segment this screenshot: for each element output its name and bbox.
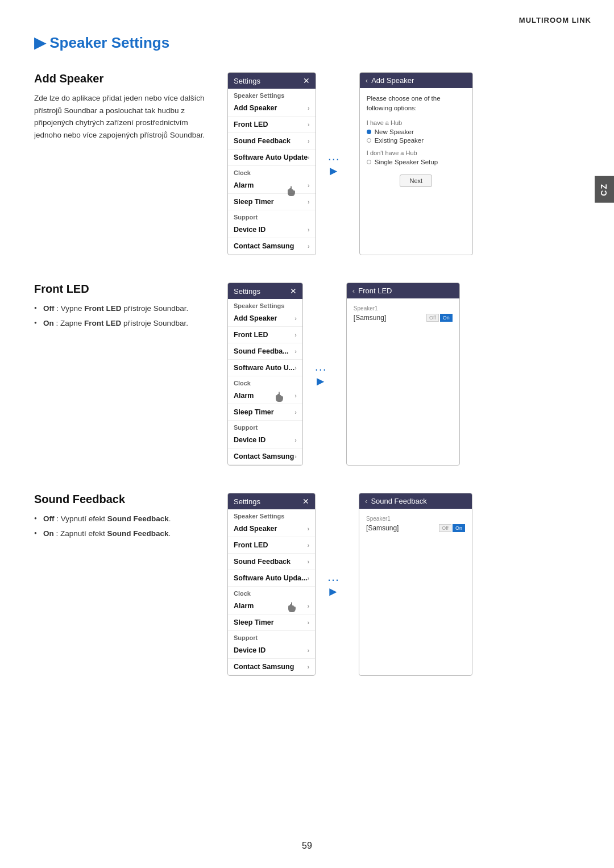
option-single-speaker[interactable]: Single Speaker Setup [367, 159, 466, 165]
section-sound-feedback: Sound Feedback Off : Vypnutí efekt Sound… [34, 493, 587, 676]
settings-item-alarm-3[interactable]: Alarm › [228, 598, 315, 614]
settings-item-contact-samsung-2[interactable]: Contact Samsung › [228, 448, 302, 465]
close-icon-1[interactable]: ✕ [303, 76, 310, 85]
item-label: Sleep Timer [234, 618, 274, 626]
settings-item-device-id-2[interactable]: Device ID › [228, 432, 302, 448]
settings-header-1: Settings ✕ [228, 73, 316, 89]
detail-panel-front-led: ‹ Front LED Speaker1 [Samsung] Off On [346, 283, 460, 466]
chevron-icon: › [308, 105, 310, 111]
detail-header-front-led: ‹ Front LED [347, 283, 459, 298]
close-icon-3[interactable]: ✕ [302, 497, 309, 506]
settings-panel-sound-feedback: Settings ✕ Speaker Settings Add Speaker … [227, 493, 316, 676]
settings-item-contact-samsung-3[interactable]: Contact Samsung › [228, 659, 315, 675]
settings-item-device-id-1[interactable]: Device ID › [228, 222, 316, 238]
option-group-hub: I have a Hub New Speaker Existing Speake… [367, 119, 466, 144]
settings-item-front-led-2[interactable]: Front LED › [228, 327, 302, 343]
sound-feedback-item-off: Off : Vypnutí efekt Sound Feedback. [34, 513, 216, 525]
front-led-list: Off : Vypne Front LED přístroje Soundbar… [34, 302, 216, 329]
section-left-add-speaker: Add Speaker Zde lze do aplikace přidat j… [34, 72, 216, 255]
settings-title-3: Settings [234, 497, 260, 506]
settings-panel-front-led: Settings ✕ Speaker Settings Add Speaker … [227, 283, 303, 466]
sound-feedback-toggle-switch[interactable]: Off On [439, 524, 465, 532]
detail-panel-sound-feedback: ‹ Sound Feedback Speaker1 [Samsung] Off … [359, 493, 472, 676]
radio-empty-icon-2 [367, 160, 371, 164]
back-arrow-icon-1[interactable]: ‹ [366, 76, 368, 85]
front-led-toggle-switch[interactable]: Off On [426, 314, 453, 322]
front-led-toggle-row: [Samsung] Off On [354, 314, 453, 322]
group-label-no-hub: I don't have a Hub [367, 149, 466, 156]
settings-item-software-update-1[interactable]: Software Auto Update › [228, 149, 316, 166]
settings-item-front-led-3[interactable]: Front LED › [228, 537, 315, 554]
item-label: Front LED [234, 121, 268, 128]
next-button[interactable]: Next [400, 175, 432, 187]
settings-header-2: Settings ✕ [228, 283, 302, 299]
settings-panel-2: Settings ✕ Speaker Settings Add Speaker … [227, 283, 303, 466]
front-led-bold-1: Front LED [84, 304, 121, 313]
category-speaker-settings-1: Speaker Settings [228, 89, 316, 100]
sound-feedback-item-on: On : Zapnutí efekt Sound Feedback. [34, 528, 216, 540]
settings-item-contact-samsung-1[interactable]: Contact Samsung › [228, 238, 316, 255]
settings-item-sound-feedback-3[interactable]: Sound Feedback › [228, 554, 315, 570]
settings-item-sleep-timer-3[interactable]: Sleep Timer › [228, 614, 315, 631]
sound-feedback-toggle-container: Speaker1 [Samsung] Off On [359, 509, 472, 543]
detail-header-add-speaker: ‹ Add Speaker [360, 73, 472, 88]
item-label: Front LED [234, 541, 268, 549]
option-new-speaker[interactable]: New Speaker [367, 128, 466, 135]
category-support-3: Support [228, 631, 315, 642]
toggle-on-label-2[interactable]: On [453, 524, 465, 532]
multiroom-link-label: MULTIROOM LINK [519, 16, 591, 24]
settings-item-front-led-1[interactable]: Front LED › [228, 117, 316, 133]
item-label: Software Auto Upda... [234, 574, 307, 582]
settings-item-software-update-2[interactable]: Software Auto U... › [228, 360, 302, 376]
option-existing-speaker[interactable]: Existing Speaker [367, 137, 466, 144]
item-label: Contact Samsung [234, 663, 294, 671]
item-label: Alarm [234, 181, 254, 189]
chevron-icon: › [307, 542, 309, 549]
section-add-speaker: Add Speaker Zde lze do aplikace přidat j… [34, 72, 587, 255]
toggle-off-label-1[interactable]: Off [426, 314, 439, 322]
item-label: Add Speaker [234, 525, 277, 533]
settings-item-add-speaker-3[interactable]: Add Speaker › [228, 521, 315, 537]
settings-panel-1: Settings ✕ Speaker Settings Add Speaker … [227, 72, 316, 255]
close-icon-2[interactable]: ✕ [290, 286, 297, 296]
device-label-1: [Samsung] [354, 314, 386, 322]
settings-panel-add-speaker: Settings ✕ Speaker Settings Add Speaker … [227, 72, 316, 255]
settings-item-sound-feedback-2[interactable]: Sound Feedba... › [228, 343, 302, 360]
chevron-icon: › [308, 154, 310, 161]
settings-item-software-update-3[interactable]: Software Auto Upda... › [228, 570, 315, 587]
settings-item-sleep-timer-1[interactable]: Sleep Timer › [228, 194, 316, 210]
item-label: Contact Samsung [234, 242, 294, 250]
item-label: Software Auto U... [234, 364, 294, 372]
toggle-off-label-2[interactable]: Off [439, 524, 451, 532]
category-support-1: Support [228, 210, 316, 222]
back-arrow-icon-3[interactable]: ‹ [365, 497, 367, 505]
chevron-icon: › [307, 647, 309, 654]
toggle-on-label-1[interactable]: On [440, 314, 453, 322]
settings-item-sleep-timer-2[interactable]: Sleep Timer › [228, 404, 302, 421]
item-label: Alarm [234, 392, 254, 400]
front-led-item-off: Off : Vypne Front LED přístroje Soundbar… [34, 302, 216, 315]
settings-item-sound-feedback-1[interactable]: Sound Feedback › [228, 133, 316, 149]
settings-item-device-id-3[interactable]: Device ID › [228, 642, 315, 659]
item-label: Sound Feedba... [234, 347, 289, 355]
speaker-sublabel-1: Speaker1 [354, 305, 453, 312]
chevron-icon: › [307, 663, 309, 670]
detail-panel-add-speaker: ‹ Add Speaker Please choose one of the f… [359, 72, 473, 255]
arrow-2: …► [314, 283, 335, 466]
chevron-icon: › [294, 364, 297, 371]
back-arrow-icon-2[interactable]: ‹ [352, 286, 355, 295]
chevron-icon: › [294, 331, 297, 338]
section-front-led: Front LED Off : Vypne Front LED přístroj… [34, 283, 587, 466]
section-left-sound-feedback: Sound Feedback Off : Vypnutí efekt Sound… [34, 493, 216, 676]
item-label: Device ID [234, 226, 265, 234]
settings-item-add-speaker-1[interactable]: Add Speaker › [228, 100, 316, 117]
sound-feedback-list: Off : Vypnutí efekt Sound Feedback. On :… [34, 513, 216, 539]
settings-item-add-speaker-2[interactable]: Add Speaker › [228, 310, 302, 327]
settings-item-alarm-2[interactable]: Alarm › [228, 388, 302, 404]
item-label: Sound Feedback [234, 558, 291, 566]
cz-language-tab: CZ [595, 176, 614, 203]
radio-filled-icon [367, 130, 371, 134]
front-led-item-on: On : Zapne Front LED přístroje Soundbar. [34, 317, 216, 330]
settings-item-alarm-1[interactable]: Alarm › [228, 177, 316, 194]
chevron-icon: › [308, 182, 310, 189]
